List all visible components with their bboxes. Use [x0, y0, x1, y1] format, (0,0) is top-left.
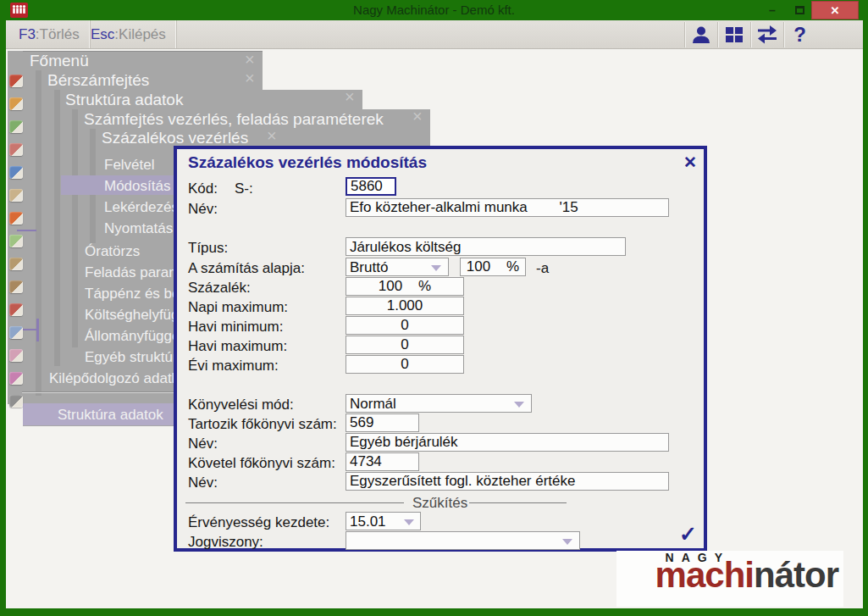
menu-item-struktura-1[interactable]: Óratörzs — [85, 243, 140, 260]
photo-icon[interactable] — [9, 349, 23, 362]
havi-maximum-label: Havi maximum: — [188, 338, 287, 355]
clipboard-icon[interactable] — [9, 189, 23, 202]
book-icon[interactable] — [9, 120, 23, 133]
f3-key-label: F3 — [19, 26, 36, 43]
alap-szazalek-input[interactable] — [460, 258, 526, 276]
archive-icon[interactable] — [9, 280, 23, 293]
torles-label: :Törlés — [36, 26, 80, 43]
tipus-value: Járulékos költség — [350, 239, 461, 255]
close-window-button[interactable]: ✕ — [811, 1, 859, 19]
help-button[interactable]: ? — [783, 22, 815, 47]
alapja-label: A számítás alapja: — [188, 260, 305, 277]
menu-path-szamfejtes-vezerles[interactable]: Számfejtés vezérlés, feladás paraméterek — [84, 110, 384, 129]
window-edge-guide-3 — [72, 109, 78, 347]
files-icon[interactable] — [9, 166, 23, 179]
maximize-button[interactable] — [788, 2, 811, 19]
box-icon[interactable] — [9, 258, 23, 270]
s-prefix-label: S-: — [235, 180, 253, 197]
transfer-button[interactable] — [750, 22, 782, 47]
coins-icon[interactable] — [9, 143, 23, 156]
tartozik-input[interactable] — [346, 413, 419, 432]
menu-item-struktura-3[interactable]: Táppénz és bet — [85, 286, 184, 302]
menu-window-close-icon[interactable]: × — [245, 70, 255, 86]
minimize-button[interactable]: – — [760, 2, 784, 19]
menu-item-struktura-6[interactable]: Egyéb struktúra — [85, 349, 185, 366]
gear-icon[interactable] — [9, 395, 23, 408]
modules-button[interactable] — [717, 22, 749, 47]
jogviszony-dropdown[interactable] — [346, 531, 580, 550]
maximize-icon — [795, 6, 804, 14]
dialog-close-icon[interactable]: ✕ — [683, 153, 697, 172]
konyvelesi-dropdown[interactable]: Normál — [346, 394, 532, 413]
dialog-szazalekos-vezerles-modositas: Százalékos vezérlés módosítás ✕ Kód: S-:… — [174, 146, 707, 552]
esc-key-label: Esc — [91, 26, 114, 43]
tree-connector-line — [17, 230, 36, 231]
mail-icon[interactable] — [9, 326, 23, 339]
tartozik-nev-input[interactable] — [346, 433, 669, 452]
menu-window-close-icon[interactable]: × — [267, 128, 277, 143]
titlebar: Nagy Machinátor - Demó kft. – ✕ — [0, 0, 868, 20]
delete-shortcut-button[interactable]: F3:Törlés — [8, 20, 91, 48]
menu-path-berszamfejtes[interactable]: Bérszámfejtés — [47, 71, 149, 90]
kod-input[interactable] — [346, 177, 396, 196]
napi-maximum-label: Napi maximum: — [188, 299, 288, 316]
ervenyesseg-value: 15.01 — [350, 513, 386, 530]
document-icon[interactable] — [9, 235, 23, 247]
home-icon[interactable] — [9, 303, 23, 316]
transfer-arrows-icon — [755, 25, 779, 45]
user-icon — [691, 25, 711, 45]
tree-connector-line — [20, 329, 37, 330]
havi-minimum-label: Havi minimum: — [188, 319, 283, 336]
menu-item-kilepodolgozo[interactable]: Kilépődolgozó adatla — [49, 370, 183, 387]
menu-window-close-icon[interactable]: × — [345, 89, 355, 104]
basket-icon[interactable] — [9, 75, 23, 87]
menu-item-struktura-5[interactable]: Állományfüggés — [85, 328, 187, 345]
alap-value: Bruttó — [350, 259, 388, 275]
cart-icon[interactable] — [9, 97, 23, 110]
szukites-label: Szűkítés — [412, 495, 467, 512]
menu-item-felvetel[interactable]: Felvétel — [104, 157, 155, 174]
tipus-dropdown[interactable]: Járulékos költség — [346, 237, 626, 256]
brand-logo: NAGY machinátor — [616, 551, 843, 607]
tree-connector-line — [36, 319, 39, 341]
szazalek-label: Százalék: — [188, 280, 251, 297]
nev-label: Név: — [188, 201, 218, 218]
szazalek-input[interactable] — [346, 277, 464, 296]
nev-input[interactable] — [346, 198, 669, 217]
exit-shortcut-button[interactable]: Esc:Kilépés — [80, 20, 177, 48]
havi-minimum-input[interactable] — [346, 316, 464, 335]
chevron-down-icon — [514, 402, 524, 408]
menu-current-selection[interactable]: Struktúra adatok — [58, 407, 163, 424]
kovetel-input[interactable] — [346, 452, 419, 471]
havi-maximum-input[interactable] — [346, 336, 464, 354]
dice-icon[interactable] — [9, 372, 23, 385]
menu-window-close-icon[interactable]: × — [245, 52, 255, 67]
tartozik-label: Tartozik főkönyvi szám: — [188, 416, 337, 433]
confirm-check-button[interactable]: ✓ — [679, 522, 697, 547]
menu-item-modositas[interactable]: Módosítás — [104, 178, 170, 195]
evi-maximum-label: Évi maximum: — [188, 358, 279, 375]
szukites-divider-left — [185, 502, 404, 503]
menu-window-close-icon[interactable]: × — [412, 108, 423, 124]
napi-maximum-input[interactable] — [346, 297, 464, 315]
user-button[interactable] — [684, 22, 716, 47]
szukites-divider-right — [469, 502, 567, 503]
ervenyesseg-dropdown[interactable]: 15.01 — [346, 512, 421, 530]
help-icon: ? — [793, 23, 806, 47]
evi-maximum-input[interactable] — [346, 355, 464, 374]
alap-dropdown[interactable]: Bruttó — [346, 258, 449, 276]
chevron-down-icon — [562, 539, 572, 545]
menu-path-struktura-adatok[interactable]: Struktúra adatok — [65, 91, 183, 109]
folder-icon[interactable] — [9, 212, 23, 225]
menu-path-szazalekos-vezerles[interactable]: Százalékos vezérlés — [102, 129, 248, 147]
kovetel-label: Követel főkönyvi szám: — [188, 455, 335, 472]
window-edge-guide-2 — [54, 90, 60, 366]
menu-item-lekerdezes[interactable]: Lekérdezés — [104, 199, 179, 216]
kilepes-label: :Kilépés — [114, 26, 165, 43]
kovetel-nev-input[interactable] — [346, 472, 669, 491]
menu-path-fomenu[interactable]: Főmenü — [30, 52, 89, 70]
chevron-down-icon — [431, 265, 441, 271]
menu-item-nyomtatas[interactable]: Nyomtatás — [104, 220, 173, 237]
menu-item-struktura-4[interactable]: Költséghelyfügg — [85, 307, 187, 324]
modules-grid-icon — [724, 25, 744, 45]
